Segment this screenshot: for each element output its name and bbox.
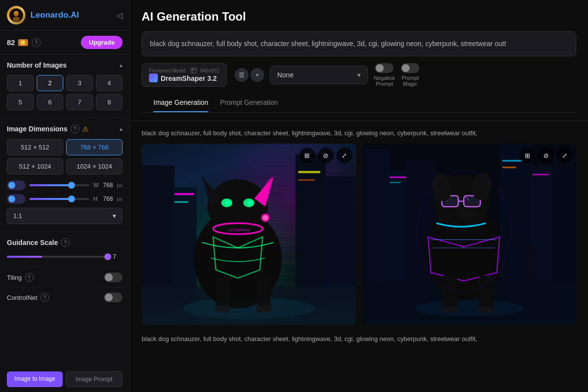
prompt-input[interactable]: black dog schnauzer, full body shot, cha… [142, 31, 576, 56]
svg-rect-68 [362, 292, 577, 325]
image-1-overlay: ⊞ ⊘ ⤢ [142, 144, 356, 167]
svg-rect-34 [142, 297, 356, 325]
image-1-expand-button[interactable]: ⤢ [337, 147, 352, 163]
svg-point-35 [196, 253, 213, 281]
image-card-1: LEONARDO [142, 144, 356, 325]
controlnet-help-icon[interactable]: ? [40, 293, 49, 302]
count-3-button[interactable]: 3 [66, 75, 93, 91]
guidance-help-icon[interactable]: ? [61, 238, 70, 247]
count-4-button[interactable]: 4 [96, 75, 123, 91]
height-slider-row: H 768 px [7, 194, 122, 204]
negative-prompt-label: Negative Prompt [374, 75, 395, 87]
results-area: black dog schnauzer, full body shot, cha… [130, 121, 588, 392]
controlnet-toggle[interactable] [104, 293, 122, 302]
sidebar-header: Leonardo.AI ◁ [0, 0, 129, 31]
dim-1024x1024-button[interactable]: 1024 × 1024 [66, 158, 122, 174]
image-2-overlay: ⊞ ⊘ ⤢ [362, 144, 577, 167]
width-toggle[interactable] [7, 180, 25, 190]
style-value: None [277, 71, 353, 79]
count-5-button[interactable]: 5 [7, 94, 34, 110]
count-7-button[interactable]: 7 [66, 94, 93, 110]
model-icon [149, 74, 158, 82]
model-dropdown-button[interactable]: ▾ [250, 68, 264, 82]
count-8-button[interactable]: 8 [96, 94, 123, 110]
height-toggle[interactable] [7, 194, 25, 204]
guidance-title-area: Guidance Scale ? [7, 238, 70, 247]
logo-text: Leonardo.AI [30, 10, 79, 20]
dimensions-help-icon[interactable]: ? [71, 124, 79, 133]
credits-icon: 🪙 [18, 39, 28, 46]
svg-point-26 [247, 201, 252, 205]
guidance-slider[interactable] [7, 256, 108, 258]
aspect-dropdown-icon: ▾ [113, 212, 116, 220]
main-header: AI Generation Tool black dog schnauzer, … [130, 0, 588, 121]
dim-512x1024-button[interactable]: 512 × 1024 [7, 158, 63, 174]
style-dropdown[interactable]: None ▾ [270, 66, 368, 84]
collapse-button[interactable]: ◁ [117, 11, 122, 20]
aspect-ratio-select[interactable]: 1:1 ▾ [7, 208, 122, 224]
prompt-magic-toggle[interactable] [401, 63, 419, 73]
svg-rect-16 [298, 179, 315, 181]
guidance-scale-title: Guidance Scale [7, 239, 58, 246]
svg-text:LEONARDO: LEONARDO [228, 228, 250, 232]
count-1-button[interactable]: 1 [7, 75, 34, 91]
result-set-1: black dog schnauzer, full body shot, cha… [142, 129, 576, 325]
image-count-grid: 1 2 3 4 5 6 7 8 [7, 75, 122, 110]
count-6-button[interactable]: 6 [37, 94, 64, 110]
image-2-expand-button[interactable]: ⤢ [557, 147, 572, 163]
count-2-button[interactable]: 2 [37, 75, 64, 91]
controlnet-label: ControlNet [7, 294, 37, 301]
height-slider[interactable] [29, 198, 89, 200]
svg-rect-7 [239, 74, 244, 75]
negative-prompt-toggle[interactable] [375, 63, 393, 73]
number-of-images-section: Number of Images ▴ 1 2 3 4 5 6 7 8 [0, 54, 129, 118]
image-to-image-tab[interactable]: Image to Image [7, 371, 63, 387]
controlnet-row: ControlNet ? [0, 288, 129, 308]
prompt-generation-tab[interactable]: Prompt Generation [220, 94, 278, 112]
logo-area: Leonardo.AI [7, 6, 79, 24]
credits-value: 82 [7, 38, 15, 47]
image-dimensions-title: Image Dimensions [7, 125, 68, 133]
tiling-toggle[interactable] [104, 272, 122, 282]
help-icon[interactable]: ? [32, 38, 41, 47]
aspect-ratio-value: 1:1 [13, 212, 22, 220]
model-type-label: Finetuned Model 640×832 [149, 68, 220, 74]
image-1-slash-button[interactable]: ⊘ [318, 147, 334, 163]
image-prompt-tab[interactable]: Image Prompt [66, 371, 122, 387]
dim-768x768-button[interactable]: 768 × 768 [66, 139, 122, 155]
credits-count: 82 🪙 [7, 38, 28, 47]
image-generation-tab[interactable]: Image Generation [153, 94, 208, 112]
svg-rect-3 [191, 68, 196, 73]
logo-name: Leonardo [30, 10, 68, 20]
credits-bar: 82 🪙 ? Upgrade [0, 31, 129, 54]
svg-rect-46 [390, 176, 406, 178]
svg-point-2 [13, 17, 20, 22]
width-px: px [117, 182, 122, 188]
model-layers-button[interactable] [235, 68, 248, 82]
result-2-prompt: black dog schnauzer, full body shot, cha… [142, 335, 576, 343]
model-action-buttons: ▾ [235, 68, 264, 82]
dimensions-chevron-icon: ▴ [120, 125, 122, 132]
sidebar: Leonardo.AI ◁ 82 🪙 ? Upgrade Number of I… [0, 0, 130, 392]
city-svg-2 [362, 144, 577, 325]
image-card-2: ⊞ ⊘ ⤢ [362, 144, 577, 325]
image-1-grid-button[interactable]: ⊞ [299, 147, 315, 163]
page-title: AI Generation Tool [142, 10, 576, 24]
tiling-label: Tiling [7, 274, 22, 281]
image-2-grid-button[interactable]: ⊞ [519, 147, 535, 163]
width-slider[interactable] [29, 184, 89, 186]
model-row: Finetuned Model 640×832 DreamShaper 3.2 [142, 63, 576, 87]
image-dimensions-section: Image Dimensions ? ⚠ ▴ 512 × 512 768 × 7… [0, 118, 129, 231]
number-of-images-header: Number of Images ▴ [7, 61, 122, 69]
image-2-slash-button[interactable]: ⊘ [538, 147, 554, 163]
model-chevron-icon: ▾ [256, 72, 259, 78]
tiling-help-icon[interactable]: ? [25, 273, 34, 282]
chevron-up-icon: ▴ [120, 62, 122, 69]
dimensions-title-area: Image Dimensions ? ⚠ [7, 124, 89, 133]
warning-icon: ⚠ [82, 125, 89, 133]
height-value: 768 [103, 196, 113, 202]
style-dropdown-arrow: ▾ [357, 71, 361, 79]
upgrade-button[interactable]: Upgrade [81, 36, 122, 49]
dim-512x512-button[interactable]: 512 × 512 [7, 139, 63, 155]
model-selector[interactable]: Finetuned Model 640×832 DreamShaper 3.2 [142, 63, 227, 87]
